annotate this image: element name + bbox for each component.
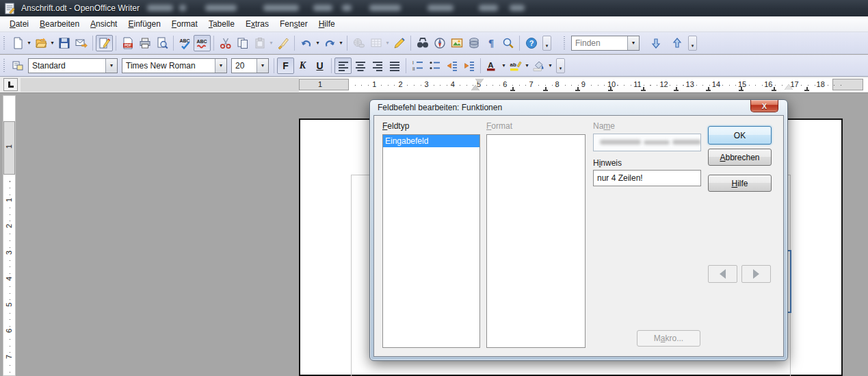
formatting-marks-button[interactable]: ¶ (482, 35, 499, 51)
font-size-combobox[interactable]: 20 ▾ (231, 58, 269, 73)
vertical-ruler[interactable]: 11234567 (3, 95, 16, 376)
menu-bearbeiten[interactable]: Bearbeiten (34, 17, 85, 31)
tab-stop-marker[interactable] (510, 88, 515, 91)
format-listbox[interactable] (486, 134, 586, 348)
redo-button[interactable] (321, 35, 338, 51)
ruler-number: 2 (397, 80, 404, 88)
navigator-button[interactable] (431, 35, 448, 51)
align-center-button[interactable] (352, 58, 369, 74)
format-paintbrush-button[interactable] (274, 35, 291, 51)
toolbar-grip[interactable] (3, 36, 6, 50)
table-dropdown: ▾ (384, 40, 391, 46)
paragraph-style-combobox[interactable]: Standard ▾ (28, 58, 118, 73)
highlighting-button[interactable]: ab (507, 58, 524, 74)
spellcheck-button[interactable]: ABC (176, 35, 194, 51)
font-color-dropdown[interactable]: ▾ (501, 62, 507, 68)
page-preview-button[interactable] (153, 35, 170, 51)
font-name-combobox[interactable]: Times New Roman ▾ (122, 58, 227, 73)
font-name-value[interactable]: Times New Roman (122, 61, 215, 71)
find-replace-button[interactable] (414, 35, 431, 51)
help-button[interactable]: ? (523, 35, 540, 51)
undo-button[interactable] (298, 35, 315, 51)
font-size-value[interactable]: 20 (232, 61, 257, 71)
align-right-button[interactable] (369, 58, 386, 74)
menu-tabelle[interactable]: Tabelle (203, 17, 240, 31)
menu-format[interactable]: Format (166, 17, 203, 31)
draw-functions-button[interactable] (391, 35, 408, 51)
align-left-button[interactable] (334, 58, 352, 74)
tab-stop-marker[interactable] (804, 88, 809, 91)
save-document-button[interactable] (55, 35, 73, 51)
underline-button[interactable]: U (311, 58, 328, 74)
bullet-list-button[interactable] (426, 58, 443, 74)
increase-indent-button[interactable] (460, 58, 477, 74)
print-button[interactable] (136, 35, 153, 51)
background-color-dropdown[interactable]: ▾ (547, 62, 553, 68)
new-document-dropdown[interactable]: ▾ (26, 40, 32, 46)
find-next-button[interactable] (647, 35, 664, 51)
font-name-dropdown[interactable]: ▾ (215, 59, 226, 73)
cancel-button[interactable]: Abbrechen (708, 149, 772, 166)
menu-hilfe[interactable]: Hilfe (313, 17, 341, 31)
help-button[interactable]: Hilfe (708, 175, 772, 192)
email-document-button[interactable] (73, 35, 90, 51)
zoom-button[interactable] (499, 35, 516, 51)
font-size-dropdown[interactable]: ▾ (257, 59, 268, 73)
toolbar-overflow-button[interactable]: ▾ (542, 36, 551, 51)
menu-extras[interactable]: Extras (240, 17, 274, 31)
italic-button[interactable]: K (294, 58, 311, 74)
find-toolbar-overflow-button[interactable]: ▾ (688, 36, 697, 51)
menu-einfgen[interactable]: Einfügen (122, 17, 166, 31)
highlighting-dropdown[interactable]: ▾ (524, 62, 530, 68)
data-sources-button[interactable] (465, 35, 482, 51)
hinweis-input[interactable]: nur 4 Zeilen! (593, 170, 701, 186)
tab-stop-marker[interactable] (608, 88, 613, 91)
copy-button[interactable] (234, 35, 251, 51)
menu-datei[interactable]: Datei (4, 17, 34, 31)
edit-mode-button[interactable] (96, 35, 113, 51)
find-toolbar: Finden ▾ ▾ (562, 35, 697, 51)
gallery-button[interactable] (448, 35, 465, 51)
bold-button[interactable]: F (277, 58, 294, 74)
background-color-button[interactable] (530, 58, 547, 74)
export-pdf-button[interactable]: PDF (119, 35, 136, 51)
menu-fenster[interactable]: Fenster (274, 17, 313, 31)
horizontal-ruler[interactable]: 1123456789101112131415161718 (21, 78, 868, 92)
tab-stop-marker[interactable] (641, 88, 646, 91)
find-dropdown-button[interactable]: ▾ (627, 36, 639, 50)
tab-type-selector-button[interactable] (3, 78, 18, 91)
ruler-number: 13 (685, 80, 696, 88)
font-color-button[interactable]: A (484, 58, 501, 74)
list-item[interactable]: Eingabefeld (383, 135, 479, 147)
find-toolbar-grip[interactable] (563, 36, 566, 50)
new-document-button[interactable] (9, 35, 26, 51)
undo-dropdown[interactable]: ▾ (315, 40, 321, 46)
auto-spellcheck-button[interactable]: ABC (194, 35, 211, 51)
tab-stop-marker[interactable] (772, 88, 776, 91)
toolbar-overflow-button[interactable]: ▾ (556, 58, 565, 73)
styles-and-formatting-button[interactable] (9, 58, 26, 74)
numbered-list-button[interactable]: III (409, 58, 426, 74)
open-document-button[interactable] (32, 35, 49, 51)
open-document-dropdown[interactable]: ▾ (49, 40, 55, 46)
tab-stop-marker[interactable] (706, 88, 711, 91)
dialog-close-button[interactable]: X (750, 100, 778, 112)
cut-button[interactable] (217, 35, 234, 51)
gallery-icon (451, 37, 463, 49)
find-input[interactable]: Finden (572, 38, 627, 48)
feldtyp-listbox[interactable]: Eingabefeld (382, 134, 480, 348)
paragraph-style-dropdown[interactable]: ▾ (105, 59, 117, 73)
find-previous-button[interactable] (668, 35, 685, 51)
paragraph-style-value[interactable]: Standard (29, 61, 105, 71)
tab-stop-marker[interactable] (739, 88, 744, 91)
redo-dropdown[interactable]: ▾ (338, 40, 344, 46)
tab-stop-marker[interactable] (575, 88, 580, 91)
ok-button[interactable]: OK (708, 126, 772, 145)
align-justify-button[interactable] (386, 58, 403, 74)
find-combobox[interactable]: Finden ▾ (571, 36, 640, 51)
menu-ansicht[interactable]: Ansicht (85, 17, 122, 31)
tab-stop-marker[interactable] (674, 88, 679, 91)
tab-stop-marker[interactable] (543, 88, 548, 91)
decrease-indent-button[interactable] (443, 58, 460, 74)
toolbar-grip[interactable] (3, 59, 6, 73)
